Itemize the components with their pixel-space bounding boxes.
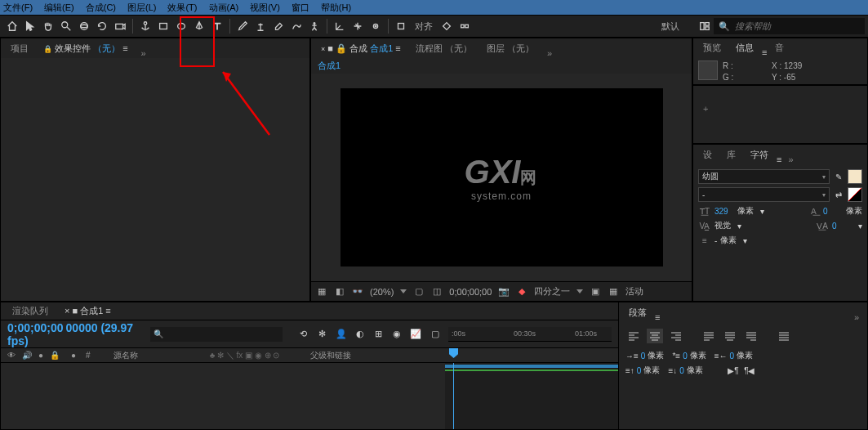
composition-viewer[interactable]: GXI网 system.com [311, 74, 692, 281]
ellipse-tool-icon[interactable] [172, 17, 190, 35]
tab-character[interactable]: 字符 [744, 146, 775, 164]
workspace-menu-icon[interactable] [696, 17, 714, 35]
brush-tool-icon[interactable] [234, 17, 251, 35]
rectangle-tool-icon[interactable] [154, 17, 172, 35]
tab-effect-controls[interactable]: 🔒 效果控件 （无） ≡ [37, 39, 135, 58]
justify-all-button[interactable] [776, 329, 792, 343]
font-size-value[interactable]: 329 [714, 207, 734, 216]
align-left-button[interactable] [625, 329, 642, 343]
type-tool-icon[interactable] [208, 17, 226, 35]
justify-right-button[interactable] [743, 329, 759, 343]
menu-animation[interactable]: 动画(A) [209, 2, 239, 14]
space-after[interactable]: ≡↓0像素 [668, 365, 702, 376]
indent-first[interactable]: *≡0像素 [672, 350, 706, 361]
tracking-value[interactable]: 0 [832, 222, 852, 231]
zoom-value[interactable]: (20%) [370, 287, 394, 297]
timeline-layer-list[interactable] [1, 363, 445, 429]
lock-column-icon[interactable]: 🔒 [50, 351, 60, 360]
grid-icon[interactable]: ▦ [608, 286, 619, 298]
font-style-dropdown[interactable]: -▾ [698, 187, 830, 202]
roto-tool-icon[interactable] [287, 17, 305, 35]
snap-icon[interactable] [392, 17, 410, 35]
workspace-default-label[interactable]: 默认 [661, 20, 679, 33]
tab-timeline-comp[interactable]: × ■ 合成1 ≡ [58, 302, 118, 320]
timeline-search-input[interactable] [163, 329, 279, 339]
playhead[interactable] [453, 363, 454, 429]
view-axis-icon[interactable] [367, 17, 385, 35]
menu-edit[interactable]: 编辑(E) [44, 2, 74, 14]
menu-effect[interactable]: 效果(T) [167, 2, 197, 14]
motion-blur-icon[interactable]: ◉ [392, 329, 403, 340]
resolution-dropdown[interactable]: 四分之一 [534, 285, 570, 298]
eraser-tool-icon[interactable] [269, 17, 287, 35]
tab-audio[interactable]: 音 [768, 38, 790, 57]
tab-paragraph[interactable]: 段落 [622, 303, 653, 322]
fill-color-swatch[interactable] [848, 169, 862, 184]
pen-tool-icon[interactable] [190, 17, 208, 35]
timeline-search[interactable]: 🔍 [150, 327, 283, 342]
resolution-icon[interactable]: ▢ [413, 286, 425, 298]
panel-overflow-icon[interactable]: » [542, 48, 557, 58]
swap-icon[interactable]: ⇄ [833, 189, 844, 200]
menu-file[interactable]: 文件(F) [3, 2, 33, 14]
leading-value[interactable]: 0 [823, 207, 843, 216]
align-right-button[interactable] [668, 329, 684, 343]
justify-center-button[interactable] [722, 329, 738, 343]
space-before[interactable]: ≡↑0像素 [625, 365, 660, 376]
rotation-tool-icon[interactable] [93, 17, 111, 35]
tab-info[interactable]: 信息 [729, 38, 760, 57]
current-timecode[interactable]: 0;00;00;00 [7, 321, 64, 334]
text-direction-rtl-icon[interactable]: ¶◀ [744, 365, 755, 376]
solo-column-icon[interactable]: ● [38, 351, 43, 360]
menu-help[interactable]: 帮助(H) [321, 2, 351, 14]
zoom-tool-icon[interactable] [57, 17, 75, 35]
selection-tool-icon[interactable] [21, 17, 39, 35]
menu-layer[interactable]: 图层(L) [127, 2, 156, 14]
audio-column-icon[interactable]: 🔊 [22, 351, 32, 360]
stroke-color-swatch[interactable] [848, 187, 862, 202]
source-name-header[interactable]: 源名称 [114, 350, 138, 361]
mask-icon[interactable]: ◧ [334, 286, 345, 298]
home-icon[interactable] [3, 17, 21, 35]
panel-overflow-icon[interactable]: » [783, 155, 798, 164]
orbit-tool-icon[interactable] [75, 17, 93, 35]
tl-icon-5[interactable]: ⊞ [373, 329, 384, 340]
tab-layer[interactable]: 图层 （无） [480, 39, 541, 58]
indent-left[interactable]: →≡0像素 [625, 350, 664, 361]
tab-project[interactable]: 项目 [4, 39, 35, 58]
panel-overflow-icon[interactable]: » [849, 312, 864, 322]
view-icon[interactable]: ▣ [590, 286, 601, 298]
tab-composition[interactable]: × ■ 🔒 合成 合成1 ≡ [314, 39, 407, 58]
help-search-box[interactable]: 🔍 [714, 18, 865, 34]
panel-overflow-icon[interactable]: » [136, 48, 151, 58]
world-axis-icon[interactable] [349, 17, 367, 35]
timeline-track-area[interactable] [445, 363, 618, 429]
eye-column-icon[interactable]: 👁 [7, 351, 16, 360]
help-search-input[interactable] [735, 21, 860, 31]
menu-view[interactable]: 视图(V) [250, 2, 280, 14]
current-time[interactable]: 0;00;00;00 [449, 287, 492, 297]
hand-tool-icon[interactable] [39, 17, 57, 35]
color-icon[interactable]: ◆ [516, 286, 527, 298]
indent-right[interactable]: ≡←0像素 [714, 350, 753, 361]
align-center-button[interactable] [647, 329, 663, 343]
snap-vertex-icon[interactable] [438, 17, 456, 35]
local-axis-icon[interactable] [331, 17, 349, 35]
eyedropper-icon[interactable]: ✎ [833, 171, 844, 182]
parent-link-header[interactable]: 父级和链接 [310, 350, 351, 361]
tab-settings[interactable]: 设 [697, 146, 719, 164]
region-icon[interactable]: ◫ [431, 286, 443, 298]
tab-flowchart[interactable]: 流程图 （无） [409, 39, 479, 58]
text-direction-ltr-icon[interactable]: ▶¶ [728, 365, 739, 376]
kerning-value[interactable]: 视觉 [714, 220, 731, 231]
puppet-tool-icon[interactable] [305, 17, 323, 35]
snapshot-icon[interactable]: 📷 [498, 286, 510, 298]
tl-icon-1[interactable]: ⟲ [299, 329, 309, 340]
clone-tool-icon[interactable] [251, 17, 269, 35]
glasses-icon[interactable]: 👓 [352, 286, 363, 298]
alpha-icon[interactable]: ▦ [316, 286, 327, 298]
tl-icon-8[interactable]: ▢ [430, 329, 440, 340]
camera-view-label[interactable]: 活动 [625, 285, 643, 298]
anchor-tool-icon[interactable] [136, 17, 154, 35]
tab-library[interactable]: 库 [720, 146, 742, 164]
